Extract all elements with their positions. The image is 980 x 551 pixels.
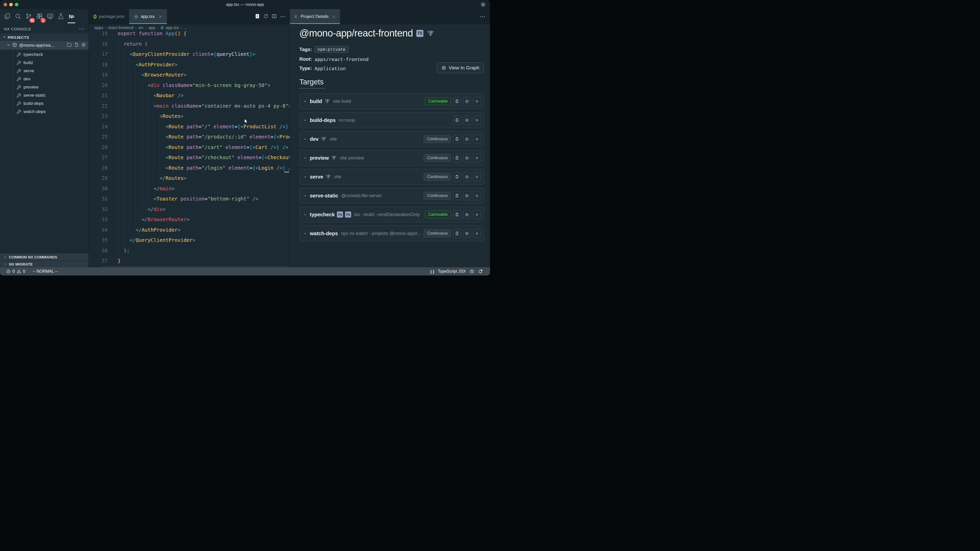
open-folder-icon[interactable] [67, 42, 72, 48]
chevron-down-icon[interactable] [303, 194, 307, 198]
activity-item-extensions[interactable]: 1 [35, 12, 44, 22]
breadcrumb-item-app[interactable]: app [148, 25, 156, 30]
view-in-graph-icon[interactable] [463, 116, 471, 125]
chevron-down-icon[interactable] [303, 213, 307, 217]
notifications-bell-icon[interactable] [478, 269, 483, 274]
tree-target-typecheck[interactable]: typecheck [0, 51, 89, 59]
sidebar-more-actions-icon[interactable]: ⋯ [79, 27, 84, 30]
project-tree-item[interactable]: @mono-app/rea... [0, 41, 89, 50]
copy-task-icon[interactable] [453, 116, 461, 125]
run-target-icon[interactable] [473, 116, 481, 125]
breadcrumb-item-app-tsx[interactable]: app.tsx [160, 25, 179, 30]
view-in-graph-icon[interactable] [463, 97, 471, 106]
copy-task-icon[interactable] [453, 135, 461, 144]
view-in-graph-button[interactable]: View In Graph [437, 62, 484, 73]
copy-task-icon[interactable] [453, 97, 461, 106]
view-in-graph-icon[interactable] [463, 210, 471, 219]
refresh-icon[interactable] [263, 14, 269, 20]
settings-gear-icon[interactable] [480, 2, 486, 8]
copy-task-icon[interactable] [453, 191, 461, 200]
breadcrumb-item----[interactable]: ... [183, 25, 187, 30]
project-details-panel: Project Details ⋯ @mono-app/react-fronte… [290, 9, 490, 267]
activity-item-testing[interactable] [56, 12, 65, 22]
view-in-graph-icon[interactable] [463, 191, 471, 200]
root-row: Root: apps/react-frontend [299, 56, 484, 62]
chevron-down-icon[interactable] [303, 137, 307, 141]
run-target-icon[interactable] [473, 229, 481, 238]
tab-package.json[interactable]: {}package.json [89, 9, 129, 24]
projects-section-header[interactable]: PROJECTS [0, 33, 89, 41]
split-editor-icon[interactable] [272, 14, 277, 20]
breadcrumb-item-src[interactable]: src [138, 25, 144, 30]
chevron-down-icon[interactable] [303, 156, 307, 160]
run-target-icon[interactable] [473, 135, 481, 144]
target-badge-cacheable: Cacheable [425, 97, 451, 105]
chevron-down-icon[interactable] [303, 118, 307, 122]
show-target-icon[interactable] [81, 42, 86, 48]
chevron-down-icon[interactable] [303, 100, 307, 103]
breadcrumb-item-react-frontend[interactable]: react-frontend [108, 25, 134, 30]
language-mode[interactable]: TypeScript JSX [438, 269, 466, 274]
target-card-serve: serveviteContinuous [299, 169, 484, 185]
run-target-icon[interactable] [473, 210, 481, 219]
close-icon[interactable] [159, 15, 162, 19]
project-config-icon[interactable] [74, 42, 79, 48]
close-icon[interactable] [332, 15, 336, 19]
targets-heading: Targets [299, 78, 325, 89]
target-name: preview [310, 155, 329, 161]
code-line-33: 33</BrowserRouter> [89, 214, 290, 225]
tree-target-build[interactable]: build [0, 59, 89, 67]
sidebar-section-common-nx-commands[interactable]: COMMON NX COMMANDS [0, 253, 89, 261]
tree-target-serve[interactable]: serve [0, 67, 89, 75]
copy-task-icon[interactable] [453, 210, 461, 219]
typescript-badge-icon: TS [337, 211, 343, 218]
tree-target-build-deps[interactable]: build-deps [0, 100, 89, 108]
activity-item-search[interactable] [13, 12, 22, 22]
list-icon [294, 14, 298, 19]
scrollbar-thumb[interactable] [284, 171, 289, 173]
activity-item-explorer[interactable] [3, 12, 12, 22]
activity-item-nx-console[interactable]: N≥ [67, 12, 76, 22]
code-line-36: 36); [89, 246, 290, 256]
tab-project-details[interactable]: Project Details [290, 9, 340, 24]
line-number: 24 [89, 122, 108, 132]
target-command: npx nx watch --projects @mono-app/r... [341, 231, 421, 236]
view-in-graph-icon[interactable] [463, 172, 471, 181]
chevron-down-icon [3, 35, 6, 40]
line-number: 30 [89, 184, 108, 194]
tree-target-dev[interactable]: dev [0, 75, 89, 83]
run-target-icon[interactable] [473, 172, 481, 181]
tree-target-serve-static[interactable]: serve-static [0, 91, 89, 100]
activity-item-remote-explorer[interactable] [45, 12, 55, 22]
code-editor[interactable]: 15export function App() {16return (17<Qu… [89, 31, 290, 267]
copy-task-icon[interactable] [453, 172, 461, 181]
target-label: watch-deps [24, 109, 46, 114]
panel-body: @mono-app/react-frontend TS Tags: npm:pr… [290, 24, 490, 267]
view-in-graph-icon[interactable] [463, 154, 471, 162]
view-in-graph-icon[interactable] [463, 135, 471, 144]
wrench-icon [16, 93, 21, 98]
run-target-icon[interactable] [473, 154, 481, 162]
nx-icon: N≥ [69, 14, 74, 20]
sidebar-section-nx-migrate[interactable]: NX MIGRATE [0, 261, 89, 267]
code-line-35: 35</QueryClientProvider> [89, 235, 290, 246]
wrench-icon [16, 85, 21, 90]
run-target-icon[interactable] [473, 191, 481, 200]
tab-app.tsx[interactable]: app.tsx [129, 9, 167, 24]
activity-item-source-control[interactable]: 32 [24, 12, 33, 22]
editor-more-actions-icon[interactable]: ⋯ [280, 13, 286, 20]
chevron-down-icon[interactable] [303, 175, 307, 179]
chevron-down-icon[interactable] [303, 232, 307, 235]
open-changes-icon[interactable] [255, 14, 260, 20]
line-number: 36 [89, 246, 108, 256]
copilot-icon[interactable] [469, 269, 474, 274]
status-problems[interactable]: 0 0 -- NORMAL -- [0, 269, 58, 274]
tree-target-preview[interactable]: preview [0, 83, 89, 91]
panel-more-actions-icon[interactable]: ⋯ [479, 13, 490, 20]
run-target-icon[interactable] [473, 97, 481, 106]
breadcrumb-item-apps[interactable]: apps [94, 25, 103, 30]
copy-task-icon[interactable] [453, 229, 461, 238]
view-in-graph-icon[interactable] [463, 229, 471, 238]
tree-target-watch-deps[interactable]: watch-deps [0, 108, 89, 116]
copy-task-icon[interactable] [453, 154, 461, 162]
